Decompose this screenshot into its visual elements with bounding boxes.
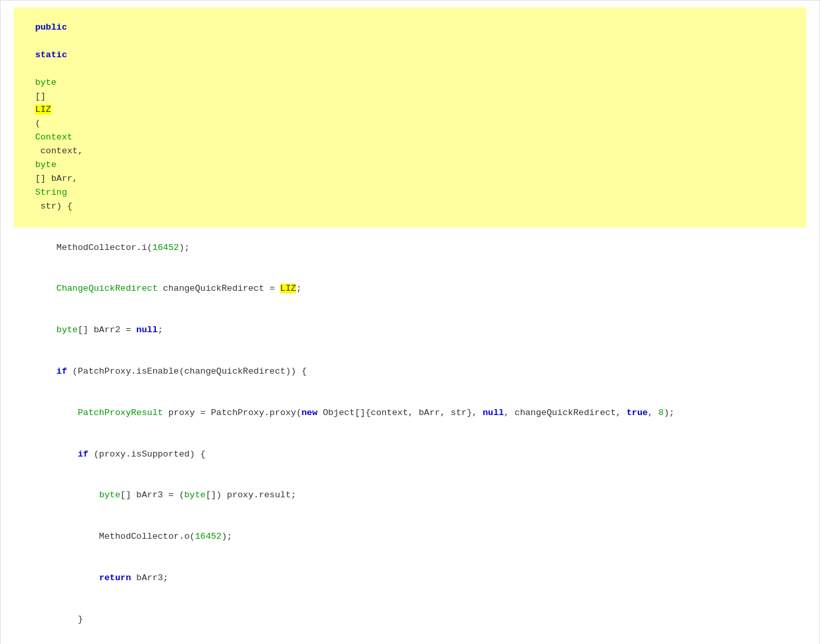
code-line-4: byte[] bArr2 = null; bbox=[14, 310, 806, 351]
param-type-byte: byte bbox=[35, 160, 56, 170]
code-line-2: MethodCollector.i(16452); bbox=[14, 228, 806, 269]
code-line-5: if (PatchProxy.isEnable(changeQuickRedir… bbox=[14, 351, 806, 393]
code-line-7: if (proxy.isSupported) { bbox=[14, 434, 806, 476]
code-viewer: public static byte [] LIZ ( Context cont… bbox=[0, 0, 820, 644]
keyword-public: public bbox=[35, 22, 67, 32]
param-type-context: Context bbox=[35, 132, 72, 142]
code-line-8: byte[] bArr3 = (byte[]) proxy.result; bbox=[14, 475, 806, 516]
code-line-3: ChangeQuickRedirect changeQuickRedirect … bbox=[14, 269, 806, 310]
code-line-1: public static byte [] LIZ ( Context cont… bbox=[14, 7, 806, 228]
code-line-12: } bbox=[14, 640, 806, 644]
keyword-static: static bbox=[35, 50, 67, 60]
code-line-9: MethodCollector.o(16452); bbox=[14, 516, 806, 558]
type-byte: byte bbox=[35, 78, 56, 87]
code-line-11: } bbox=[14, 599, 806, 641]
code-line-10: return bArr3; bbox=[14, 558, 806, 599]
code-line-6: PatchProxyResult proxy = PatchProxy.prox… bbox=[14, 393, 806, 434]
param-type-string: String bbox=[35, 187, 67, 197]
method-name-liz: LIZ bbox=[35, 105, 51, 114]
